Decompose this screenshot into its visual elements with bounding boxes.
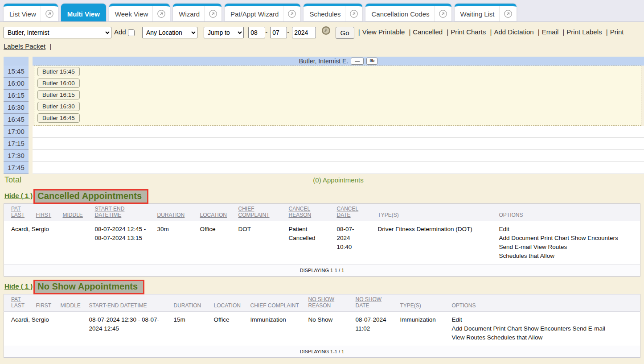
open-slots-block: Butler 15:45 Butler 16:00 Butler 16:15 B… xyxy=(34,66,641,126)
chief-complaint-cell: Immunization xyxy=(248,311,306,346)
col-pat-last[interactable]: PAT LAST xyxy=(4,294,33,311)
tab-waiting-list[interactable]: Waiting List xyxy=(455,4,517,21)
col-location[interactable]: LOCATION xyxy=(197,203,236,221)
collapse-column-button[interactable]: — xyxy=(351,58,364,65)
provider-select[interactable]: Butler, Internist xyxy=(4,27,111,38)
time-label: 17:15 xyxy=(4,138,29,150)
table-header-row: PAT LAST FIRST MIDDLE START-END DATETIME… xyxy=(4,294,640,311)
popout-icon[interactable] xyxy=(345,6,362,21)
tab-week-view[interactable]: Week View xyxy=(109,4,170,21)
col-no-show-date[interactable]: NO SHOW DATE xyxy=(353,294,398,311)
cancel-date-cell: 08-07-2024 10:40 xyxy=(334,221,375,265)
provider-day-column: Butler 15:45 Butler 16:00 Butler 16:15 B… xyxy=(33,66,644,174)
option-link[interactable]: Add Document Print Chart Show Encounters… xyxy=(452,324,638,333)
fb-toggle-button[interactable]: f/b xyxy=(366,58,377,65)
tab-multi-view[interactable]: Multi View xyxy=(61,4,106,21)
datetime-cell: 08-07-2024 12:45 - 08-07-2024 13:15 xyxy=(92,221,155,265)
col-middle[interactable]: MIDDLE xyxy=(60,203,92,221)
col-chief-complaint[interactable]: CHIEF COMPLAINT xyxy=(236,203,286,221)
empty-slot-row[interactable] xyxy=(33,138,644,150)
patient-name-cell: Acardi, Sergio xyxy=(4,311,86,346)
option-link[interactable]: Schedules that Allow xyxy=(499,252,638,261)
empty-slot-row[interactable] xyxy=(33,150,644,162)
print-charts-link[interactable]: Print Charts xyxy=(451,28,486,36)
chief-complaint-cell: DOT xyxy=(236,221,286,265)
go-button[interactable]: Go xyxy=(336,27,354,39)
tab-pat-appt-wizard[interactable]: Pat/Appt Wizard xyxy=(225,4,300,21)
option-link[interactable]: Edit xyxy=(452,315,638,324)
no-show-hide-link[interactable]: Hide ( 1 ) xyxy=(4,282,33,290)
clock-icon[interactable] xyxy=(321,26,331,40)
date-day-field[interactable] xyxy=(270,27,287,38)
no-show-appointments-table: PAT LAST FIRST MIDDLE START-END DATETIME… xyxy=(4,294,640,347)
option-link[interactable]: View Routes Schedules that Allow xyxy=(452,333,638,342)
col-types: TYPE(S) xyxy=(398,294,449,311)
multi-view-schedule-grid: Butler, Internist E. — f/b 15:45 16:00 1… xyxy=(0,57,644,186)
date-month-field[interactable] xyxy=(248,27,265,38)
location-select[interactable]: Any Location xyxy=(142,27,197,38)
time-label: 17:45 xyxy=(4,162,29,174)
col-cancel-date[interactable]: CANCEL DATE xyxy=(334,203,375,221)
open-slot-button[interactable]: Butler 16:00 xyxy=(37,79,80,88)
tab-cancellation-codes[interactable]: Cancellation Codes xyxy=(365,4,451,21)
date-year-field[interactable] xyxy=(292,27,316,38)
tab-wizard[interactable]: Wizard xyxy=(173,4,222,21)
total-row: Total (0) Appointments xyxy=(4,174,644,186)
open-slot-button[interactable]: Butler 16:30 xyxy=(37,102,80,111)
tab-list-view[interactable]: List View xyxy=(4,4,58,21)
popout-icon[interactable] xyxy=(283,6,300,21)
provider-column-header: Butler, Internist E. — f/b xyxy=(33,57,644,66)
col-pat-last[interactable]: PAT LAST xyxy=(4,203,33,221)
empty-slot-row[interactable] xyxy=(33,162,644,174)
col-chief-complaint[interactable]: CHIEF COMPLAINT xyxy=(248,294,306,311)
cancelled-link[interactable]: Cancelled xyxy=(413,28,443,36)
col-cancel-reason[interactable]: CANCEL REASON xyxy=(286,203,334,221)
no-show-displaying-status: DISPLAYING 1-1 / 1 xyxy=(4,346,640,358)
open-slot-button[interactable]: Butler 16:15 xyxy=(37,90,80,99)
col-middle[interactable]: MIDDLE xyxy=(58,294,86,311)
option-link[interactable]: Add Document Print Chart Show Encounters xyxy=(499,234,638,243)
cancelled-hide-link[interactable]: Hide ( 1 ) xyxy=(4,192,33,199)
col-start-end[interactable]: START-END DATETIME xyxy=(86,294,171,311)
view-printable-link[interactable]: View Printable xyxy=(362,28,405,36)
no-show-section-header: Hide ( 1 ) No Show Appointments xyxy=(4,280,640,294)
options-cell: Edit Add Document Print Chart Show Encou… xyxy=(449,311,640,346)
cancelled-appointments-table: PAT LAST FIRST MIDDLE START-END DATETIME… xyxy=(4,203,640,265)
option-link[interactable]: Edit xyxy=(499,225,638,234)
print-labels-link[interactable]: Print Labels xyxy=(566,28,602,36)
provider-header-link[interactable]: Butler, Internist E. xyxy=(299,58,349,65)
popout-icon[interactable] xyxy=(41,6,58,21)
schedule-toolbar: Butler, Internist Add Any Location Jump … xyxy=(0,22,644,54)
popout-icon[interactable] xyxy=(204,6,222,21)
jump-to-select[interactable]: Jump to xyxy=(204,27,244,38)
no-show-reason-cell: No Show xyxy=(306,311,353,346)
add-label: Add xyxy=(114,28,126,36)
add-checkbox[interactable] xyxy=(128,29,135,36)
tab-label: Wizard xyxy=(173,10,204,18)
add-dictation-link[interactable]: Add Dictation xyxy=(494,28,533,36)
col-no-show-reason[interactable]: NO SHOW REASON xyxy=(306,294,353,311)
col-start-end[interactable]: START-END DATETIME xyxy=(92,203,155,221)
open-slot-button[interactable]: Butler 16:45 xyxy=(37,113,80,123)
col-location[interactable]: LOCATION xyxy=(211,294,248,311)
tab-schedules[interactable]: Schedules xyxy=(304,4,362,21)
col-duration[interactable]: DURATION xyxy=(171,294,211,311)
grid-header-row: Butler, Internist E. — f/b xyxy=(4,57,644,66)
popout-icon[interactable] xyxy=(499,6,517,21)
empty-slot-row[interactable] xyxy=(33,126,644,138)
col-types: TYPE(S) xyxy=(375,203,496,221)
col-first[interactable]: FIRST xyxy=(33,203,60,221)
open-slot-button[interactable]: Butler 15:45 xyxy=(37,67,80,76)
cancelled-appointments-section: Hide ( 1 ) Cancelled Appointments PAT LA… xyxy=(0,189,644,277)
popout-icon[interactable] xyxy=(152,6,170,21)
types-cell: Immunization xyxy=(398,311,449,346)
col-duration[interactable]: DURATION xyxy=(155,203,197,221)
location-cell: Office xyxy=(197,221,236,265)
time-label: 16:00 xyxy=(4,78,29,90)
email-link[interactable]: Email xyxy=(542,28,559,36)
option-link[interactable]: Send E-mail View Routes xyxy=(499,243,638,252)
tab-label: Pat/Appt Wizard xyxy=(225,10,283,18)
table-header-row: PAT LAST FIRST MIDDLE START-END DATETIME… xyxy=(4,203,640,221)
col-first[interactable]: FIRST xyxy=(33,294,58,311)
popout-icon[interactable] xyxy=(434,6,451,21)
